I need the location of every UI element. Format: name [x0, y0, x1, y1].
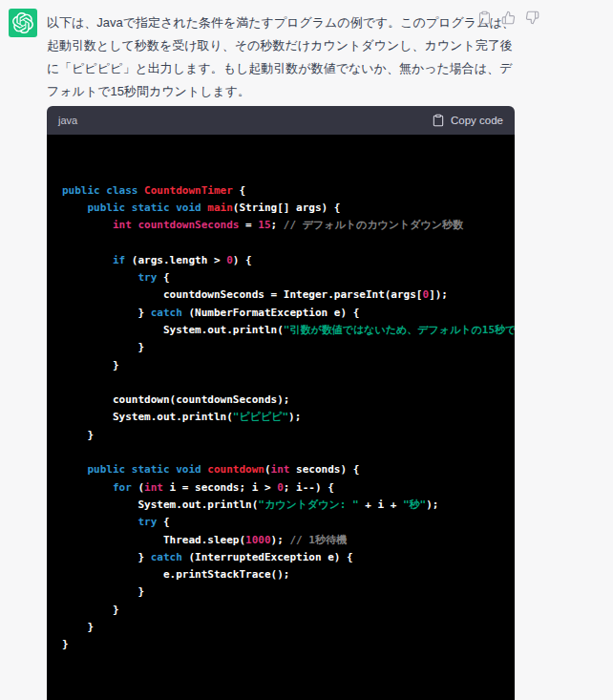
code-line: } — [62, 636, 515, 653]
assistant-avatar — [9, 9, 37, 37]
code-line: e.printStackTrace(); — [62, 566, 515, 583]
code-line: System.out.println("引数が数値ではないため、デフォルトの15… — [62, 322, 515, 339]
code-scroll-area[interactable]: public class CountdownTimer { public sta… — [47, 135, 515, 700]
code-line: countdownSeconds = Integer.parseInt(args… — [62, 286, 515, 304]
code-block-header: java Copy code — [47, 106, 515, 135]
code-line: } — [62, 602, 515, 619]
thumbs-up-button[interactable] — [500, 10, 516, 25]
copy-code-button[interactable]: Copy code — [432, 114, 503, 127]
code-line — [62, 374, 515, 392]
code-line: } — [62, 427, 515, 444]
code-line — [62, 444, 515, 461]
code-line: countdown(countdownSeconds); — [62, 392, 515, 409]
code-language-label: java — [58, 115, 77, 126]
thumbs-down-button[interactable] — [524, 10, 539, 25]
copy-icon — [477, 11, 492, 25]
code-line: public static void countdown(int seconds… — [62, 461, 515, 478]
code-line: public class CountdownTimer { — [62, 182, 515, 200]
thumbs-down-icon — [525, 11, 539, 25]
code-line: System.out.println("カウントダウン: " + i + "秒"… — [62, 497, 515, 514]
assistant-intro-text: 以下は、Javaで指定された条件を満たすプログラムの例です。このプログラムは、起… — [47, 11, 517, 103]
code-content: public class CountdownTimer { public sta… — [62, 182, 515, 654]
message-actions — [476, 10, 539, 25]
code-block: java Copy code public class CountdownTim… — [47, 106, 515, 700]
assistant-message: 以下は、Javaで指定された条件を満たすプログラムの例です。このプログラムは、起… — [0, 0, 613, 700]
code-line: for (int i = seconds; i > 0; i--) { — [62, 479, 515, 497]
code-line: } — [62, 339, 515, 356]
code-line: if (args.length > 0) { — [62, 252, 515, 269]
code-line: public static void main(String[] args) { — [62, 200, 515, 217]
code-line: try { — [62, 514, 515, 531]
code-line: try { — [62, 269, 515, 286]
code-line: } — [62, 357, 515, 374]
clipboard-icon — [432, 114, 445, 127]
code-line: Thread.sleep(1000); // 1秒待機 — [62, 532, 515, 549]
code-line: int countdownSeconds = 15; // デフォルトのカウント… — [62, 217, 515, 234]
code-line — [62, 234, 515, 251]
code-line: } — [62, 583, 515, 601]
code-line: } catch (InterruptedException e) { — [62, 549, 515, 566]
openai-logo-icon — [12, 12, 33, 33]
copy-message-button[interactable] — [476, 10, 492, 25]
copy-code-label: Copy code — [451, 115, 503, 126]
code-line: } — [62, 619, 515, 636]
thumbs-up-icon — [501, 11, 516, 25]
code-line: } catch (NumberFormatException e) { — [62, 305, 515, 322]
code-line: System.out.println("ピピピピ"); — [62, 409, 515, 426]
